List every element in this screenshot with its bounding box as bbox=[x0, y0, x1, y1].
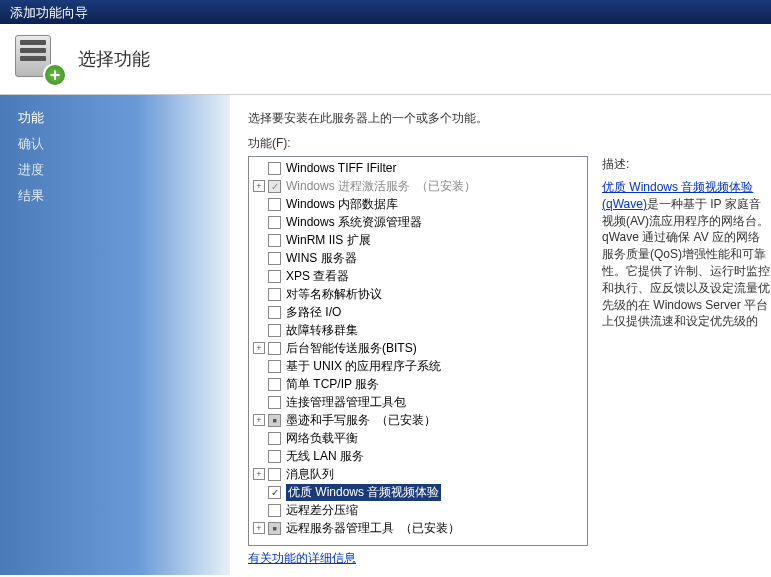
feature-row[interactable]: 对等名称解析协议 bbox=[249, 285, 587, 303]
tree-expander-icon bbox=[253, 360, 265, 372]
feature-label[interactable]: 简单 TCP/IP 服务 bbox=[286, 376, 379, 393]
feature-label[interactable]: 后台智能传送服务(BITS) bbox=[286, 340, 417, 357]
tree-expander-icon bbox=[253, 234, 265, 246]
feature-row[interactable]: WINS 服务器 bbox=[249, 249, 587, 267]
main-panel: 选择要安装在此服务器上的一个或多个功能。 功能(F): Windows TIFF… bbox=[230, 95, 771, 575]
feature-row[interactable]: +后台智能传送服务(BITS) bbox=[249, 339, 587, 357]
tree-expander-icon bbox=[253, 396, 265, 408]
feature-label[interactable]: WinRM IIS 扩展 bbox=[286, 232, 371, 249]
tree-expander-icon[interactable]: + bbox=[253, 468, 265, 480]
feature-checkbox[interactable] bbox=[268, 234, 281, 247]
feature-row[interactable]: XPS 查看器 bbox=[249, 267, 587, 285]
feature-suffix: （已安装） bbox=[376, 412, 436, 429]
feature-row[interactable]: 简单 TCP/IP 服务 bbox=[249, 375, 587, 393]
features-tree[interactable]: Windows TIFF IFilter+Windows 进程激活服务（已安装）… bbox=[248, 156, 588, 546]
description-text: 优质 Windows 音频视频体验(qWave)是一种基于 IP 家庭音视频(A… bbox=[602, 179, 771, 330]
feature-label[interactable]: Windows 系统资源管理器 bbox=[286, 214, 422, 231]
tree-expander-icon[interactable]: + bbox=[253, 522, 265, 534]
feature-row[interactable]: 远程差分压缩 bbox=[249, 501, 587, 519]
feature-row[interactable]: 多路径 I/O bbox=[249, 303, 587, 321]
feature-label[interactable]: XPS 查看器 bbox=[286, 268, 349, 285]
more-info-link[interactable]: 有关功能的详细信息 bbox=[248, 550, 771, 567]
feature-label[interactable]: 连接管理器管理工具包 bbox=[286, 394, 406, 411]
feature-checkbox[interactable] bbox=[268, 378, 281, 391]
feature-label[interactable]: 基于 UNIX 的应用程序子系统 bbox=[286, 358, 441, 375]
tree-expander-icon bbox=[253, 432, 265, 444]
feature-checkbox[interactable] bbox=[268, 504, 281, 517]
feature-row[interactable]: 无线 LAN 服务 bbox=[249, 447, 587, 465]
tree-expander-icon bbox=[253, 198, 265, 210]
feature-checkbox[interactable] bbox=[268, 414, 281, 427]
tree-expander-icon bbox=[253, 216, 265, 228]
page-title: 选择功能 bbox=[78, 47, 150, 71]
feature-label[interactable]: Windows 进程激活服务 bbox=[286, 178, 410, 195]
feature-checkbox[interactable] bbox=[268, 288, 281, 301]
feature-row[interactable]: Windows TIFF IFilter bbox=[249, 159, 587, 177]
feature-row[interactable]: Windows 系统资源管理器 bbox=[249, 213, 587, 231]
tree-expander-icon bbox=[253, 504, 265, 516]
tree-expander-icon bbox=[253, 450, 265, 462]
tree-expander-icon[interactable]: + bbox=[253, 342, 265, 354]
feature-label[interactable]: 无线 LAN 服务 bbox=[286, 448, 364, 465]
description-body: 是一种基于 IP 家庭音视频(AV)流应用程序的网络台。qWave 通过确保 A… bbox=[602, 197, 770, 329]
tree-expander-icon bbox=[253, 378, 265, 390]
feature-checkbox[interactable] bbox=[268, 198, 281, 211]
feature-label[interactable]: 消息队列 bbox=[286, 466, 334, 483]
tree-expander-icon[interactable]: + bbox=[253, 180, 265, 192]
feature-label[interactable]: 墨迹和手写服务 bbox=[286, 412, 370, 429]
feature-row[interactable]: 基于 UNIX 的应用程序子系统 bbox=[249, 357, 587, 375]
feature-checkbox[interactable] bbox=[268, 360, 281, 373]
feature-row[interactable]: Windows 内部数据库 bbox=[249, 195, 587, 213]
feature-row[interactable]: 故障转移群集 bbox=[249, 321, 587, 339]
tree-expander-icon bbox=[253, 306, 265, 318]
feature-label[interactable]: 对等名称解析协议 bbox=[286, 286, 382, 303]
feature-label[interactable]: 远程服务器管理工具 bbox=[286, 520, 394, 537]
feature-row[interactable]: 网络负载平衡 bbox=[249, 429, 587, 447]
feature-checkbox[interactable] bbox=[268, 216, 281, 229]
feature-checkbox[interactable] bbox=[268, 270, 281, 283]
feature-row[interactable]: WinRM IIS 扩展 bbox=[249, 231, 587, 249]
feature-checkbox[interactable] bbox=[268, 306, 281, 319]
feature-checkbox[interactable] bbox=[268, 342, 281, 355]
feature-label[interactable]: Windows TIFF IFilter bbox=[286, 161, 396, 175]
tree-expander-icon[interactable]: + bbox=[253, 414, 265, 426]
feature-suffix: （已安装） bbox=[400, 520, 460, 537]
feature-label[interactable]: 优质 Windows 音频视频体验 bbox=[286, 484, 441, 501]
plus-icon: + bbox=[43, 63, 67, 87]
tree-expander-icon bbox=[253, 252, 265, 264]
wizard-icon: + bbox=[15, 35, 63, 83]
feature-label[interactable]: 远程差分压缩 bbox=[286, 502, 358, 519]
feature-checkbox[interactable] bbox=[268, 486, 281, 499]
description-title: 描述: bbox=[602, 156, 771, 173]
feature-row[interactable]: 连接管理器管理工具包 bbox=[249, 393, 587, 411]
sidebar-step-confirm[interactable]: 确认 bbox=[0, 131, 230, 157]
window-titlebar: 添加功能向导 bbox=[0, 0, 771, 24]
tree-expander-icon bbox=[253, 270, 265, 282]
feature-row[interactable]: +Windows 进程激活服务（已安装） bbox=[249, 177, 587, 195]
feature-checkbox[interactable] bbox=[268, 162, 281, 175]
feature-checkbox[interactable] bbox=[268, 450, 281, 463]
feature-checkbox[interactable] bbox=[268, 432, 281, 445]
tree-expander-icon bbox=[253, 162, 265, 174]
feature-row[interactable]: +墨迹和手写服务（已安装） bbox=[249, 411, 587, 429]
feature-checkbox[interactable] bbox=[268, 252, 281, 265]
feature-checkbox[interactable] bbox=[268, 324, 281, 337]
description-panel: 描述: 优质 Windows 音频视频体验(qWave)是一种基于 IP 家庭音… bbox=[602, 156, 771, 544]
feature-checkbox[interactable] bbox=[268, 396, 281, 409]
feature-label[interactable]: 网络负载平衡 bbox=[286, 430, 358, 447]
wizard-header: + 选择功能 bbox=[0, 24, 771, 94]
features-label: 功能(F): bbox=[248, 135, 771, 152]
feature-checkbox[interactable] bbox=[268, 468, 281, 481]
sidebar-step-features[interactable]: 功能 bbox=[0, 105, 230, 131]
feature-row[interactable]: 优质 Windows 音频视频体验 bbox=[249, 483, 587, 501]
feature-label[interactable]: 故障转移群集 bbox=[286, 322, 358, 339]
window-title: 添加功能向导 bbox=[10, 5, 88, 20]
feature-label[interactable]: WINS 服务器 bbox=[286, 250, 357, 267]
feature-row[interactable]: +消息队列 bbox=[249, 465, 587, 483]
sidebar-step-results[interactable]: 结果 bbox=[0, 183, 230, 209]
feature-row[interactable]: +远程服务器管理工具（已安装） bbox=[249, 519, 587, 537]
feature-label[interactable]: 多路径 I/O bbox=[286, 304, 341, 321]
feature-checkbox[interactable] bbox=[268, 522, 281, 535]
feature-label[interactable]: Windows 内部数据库 bbox=[286, 196, 398, 213]
sidebar-step-progress[interactable]: 进度 bbox=[0, 157, 230, 183]
